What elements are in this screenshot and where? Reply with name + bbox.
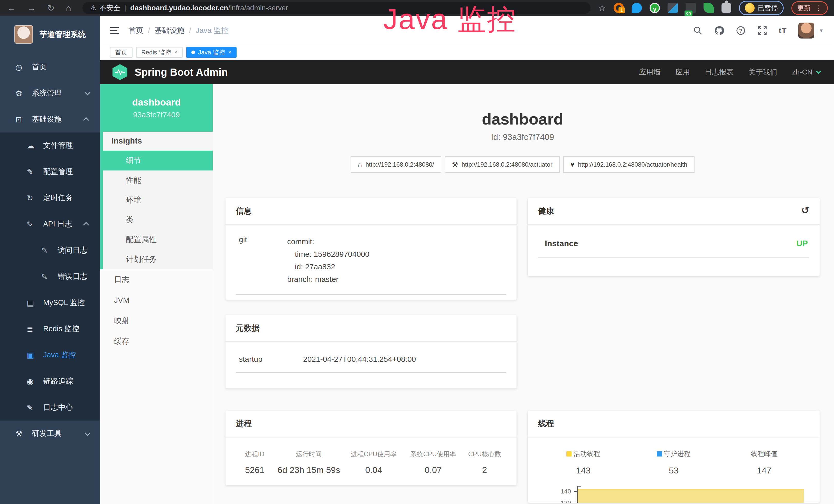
- active-tab-dot: [191, 51, 195, 54]
- sidebar-item-infra[interactable]: ⊡ 基础设施: [0, 106, 100, 133]
- instance-header: dashboard 93a3fc7f7409: [100, 84, 213, 132]
- update-label: 更新: [797, 4, 811, 13]
- database-icon: ▤: [27, 298, 43, 307]
- extension-leaf-icon[interactable]: [704, 3, 714, 13]
- extension-pin-icon[interactable]: [632, 3, 642, 13]
- menu-item-details[interactable]: 细节: [103, 151, 213, 170]
- sidebar-item-file-management[interactable]: ☁ 文件管理: [0, 133, 100, 159]
- process-value-process-cpu: 0.04: [344, 465, 403, 475]
- menu-item-classes[interactable]: 类: [103, 210, 213, 230]
- user-avatar[interactable]: [798, 23, 814, 39]
- sba-nav-about[interactable]: 关于我们: [748, 67, 777, 77]
- instance-id: 93a3fc7f7409: [133, 110, 180, 119]
- tab-redis-monitor[interactable]: Redis 监控 ×: [136, 47, 183, 58]
- fullscreen-icon[interactable]: [757, 25, 767, 36]
- sidebar-item-config-management[interactable]: ✎ 配置管理: [0, 159, 100, 185]
- sidebar-item-dev-tools[interactable]: ⚒ 研发工具: [0, 420, 100, 447]
- sidebar-item-redis-monitor[interactable]: ≣ Redis 监控: [0, 316, 100, 342]
- log-icon: ✎: [41, 272, 58, 281]
- sba-nav-applications[interactable]: 应用: [676, 67, 690, 77]
- breadcrumb-home[interactable]: 首页: [128, 25, 143, 36]
- tab-close-icon[interactable]: ×: [174, 49, 177, 56]
- help-icon[interactable]: ?: [736, 25, 746, 36]
- extension-grid-icon[interactable]: [667, 3, 678, 13]
- reload-icon[interactable]: ↻: [47, 4, 55, 12]
- sidebar-item-system[interactable]: ⚙ 系统管理: [0, 80, 100, 106]
- menu-item-metrics[interactable]: 性能: [103, 170, 213, 190]
- legend-label-live: 活动线程: [574, 449, 600, 458]
- sba-brand-title: Spring Boot Admin: [135, 67, 228, 78]
- tab-home[interactable]: 首页: [110, 47, 133, 58]
- health-url-button[interactable]: ♥ http://192.168.0.2:48080/actuator/heal…: [563, 156, 695, 173]
- browser-menu-kebab-icon[interactable]: ⋮: [815, 4, 822, 12]
- metadata-card-title: 元数据: [225, 315, 517, 342]
- sidebar-item-tracing[interactable]: ◉ 链路追踪: [0, 368, 100, 394]
- git-time-line: time: 1596289704000: [287, 248, 369, 260]
- font-size-icon[interactable]: tT: [779, 26, 787, 35]
- menu-item-scheduled[interactable]: 计划任务: [103, 250, 213, 269]
- chrome-update-button[interactable]: 更新 ⋮: [791, 1, 828, 15]
- info-card-title: 信息: [225, 198, 517, 225]
- menu-item-logging[interactable]: 日志: [100, 269, 213, 290]
- sba-nav-journal[interactable]: 日志报表: [705, 67, 733, 77]
- menu-item-jvm[interactable]: JVM: [100, 290, 213, 311]
- user-menu-caret-icon[interactable]: ▾: [820, 27, 823, 34]
- service-url-button[interactable]: ⌂ http://192.168.0.2:48080/: [351, 156, 441, 173]
- gear-icon: ⚙: [16, 89, 32, 98]
- extension-lines-icon[interactable]: on: [685, 3, 696, 13]
- history-icon[interactable]: ↺: [801, 205, 809, 216]
- back-icon[interactable]: ←: [7, 4, 16, 12]
- process-header-system-cpu: 系统CPU使用率: [403, 450, 463, 458]
- service-url: http://192.168.0.2:48080/: [366, 161, 434, 168]
- health-card: 健康 ↺ Instance UP: [528, 198, 820, 276]
- tab-java-monitor[interactable]: Java 监控 ×: [186, 47, 237, 58]
- screen: ← → ↻ ⌂ ⚠ 不安全 | dashboard.yudao.iocoder.…: [0, 0, 834, 504]
- actuator-url-button[interactable]: ⚒ http://192.168.0.2:48080/actuator: [445, 156, 560, 173]
- sidebar-item-error-logs[interactable]: ✎ 错误日志: [0, 264, 100, 290]
- instance-name: dashboard: [132, 97, 180, 108]
- process-value-system-cpu: 0.07: [403, 465, 463, 475]
- extension-y-icon[interactable]: y: [650, 3, 660, 13]
- insights-group: Insights 细节 性能 环境 类 配置属性 计划任务: [100, 132, 213, 269]
- menu-item-caches[interactable]: 缓存: [100, 331, 213, 351]
- extension-orange-icon[interactable]: 1: [614, 3, 624, 13]
- metadata-key: startup: [239, 355, 303, 364]
- not-secure-label: 不安全: [100, 3, 120, 13]
- sidebar-item-label: 研发工具: [32, 429, 85, 439]
- sidebar-item-api-logs[interactable]: ✎ API 日志: [0, 211, 100, 237]
- menu-item-config-props[interactable]: 配置属性: [103, 230, 213, 250]
- process-header-pid: 进程ID: [236, 450, 273, 458]
- home-icon: ⌂: [358, 161, 362, 169]
- sidebar-item-log-center[interactable]: ✎ 日志中心: [0, 394, 100, 420]
- annotation-java-monitor: Java 监控: [383, 0, 517, 39]
- menu-item-mappings[interactable]: 映射: [100, 311, 213, 331]
- sidebar-collapse-icon[interactable]: [110, 25, 119, 36]
- tab-close-icon[interactable]: ×: [228, 49, 232, 56]
- breadcrumb-infra[interactable]: 基础设施: [155, 25, 184, 36]
- chart-axis-cap: [577, 486, 581, 486]
- sba-nav-wallboard[interactable]: 应用墙: [639, 67, 661, 77]
- search-icon[interactable]: [693, 26, 703, 36]
- app-logo-row: 芋道管理系统: [0, 16, 100, 54]
- sidebar-item-mysql-monitor[interactable]: ▤ MySQL 监控: [0, 290, 100, 316]
- home-icon[interactable]: ⌂: [66, 4, 71, 12]
- sidebar-item-access-logs[interactable]: ✎ 访问日志: [0, 237, 100, 264]
- sidebar-item-label: 系统管理: [32, 88, 85, 98]
- app-logo-image: [14, 25, 33, 44]
- sidebar-item-home[interactable]: ◷ 首页: [0, 54, 100, 80]
- legend-label-daemon: 守护进程: [664, 449, 691, 458]
- locale-select[interactable]: zh-CN: [792, 68, 820, 76]
- github-icon[interactable]: [714, 25, 724, 36]
- profile-paused-button[interactable]: 已暂停: [739, 1, 784, 15]
- spring-boot-admin-logo: [112, 64, 127, 80]
- sidebar-item-label: 链路追踪: [43, 376, 89, 386]
- process-header-cpu-cores: CPU核心数: [463, 450, 506, 458]
- sidebar-item-label: 基础设施: [32, 114, 85, 124]
- extensions-puzzle-icon[interactable]: [722, 3, 731, 13]
- menu-item-environment[interactable]: 环境: [103, 190, 213, 210]
- bookmark-star-icon[interactable]: ☆: [598, 3, 606, 13]
- chart-live-threads-area: [578, 489, 804, 503]
- forward-icon[interactable]: →: [27, 4, 36, 12]
- sidebar-item-java-monitor[interactable]: ▣ Java 监控: [0, 342, 100, 368]
- sidebar-item-scheduled-tasks[interactable]: ↻ 定时任务: [0, 185, 100, 211]
